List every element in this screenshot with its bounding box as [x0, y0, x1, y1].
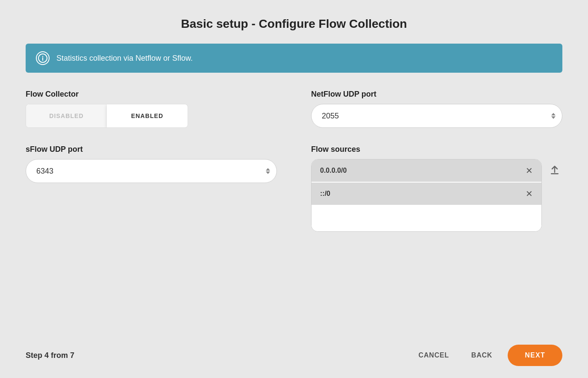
flow-source-value-0: 0.0.0.0/0	[320, 167, 347, 174]
flow-source-item-0: 0.0.0.0/0 ✕	[312, 159, 541, 183]
flow-sources-list: 0.0.0.0/0 ✕ ::/0 ✕	[311, 159, 542, 232]
sflow-udp-spinner[interactable]	[266, 168, 270, 174]
sflow-udp-label: sFlow UDP port	[26, 145, 277, 154]
spinner-down-icon[interactable]	[551, 116, 556, 119]
flow-sources-area: 0.0.0.0/0 ✕ ::/0 ✕	[311, 159, 562, 232]
sflow-udp-input-wrapper	[26, 159, 277, 183]
netflow-udp-input-wrapper	[311, 104, 562, 128]
toggle-disabled[interactable]: DISABLED	[26, 104, 107, 127]
sflow-udp-section: sFlow UDP port	[26, 145, 277, 232]
next-button[interactable]: NEXT	[508, 345, 562, 366]
netflow-udp-section: NetFlow UDP port	[311, 90, 562, 128]
flow-source-remove-0[interactable]: ✕	[526, 166, 533, 175]
footer-actions: CANCEL BACK NEXT	[412, 345, 562, 366]
sflow-udp-input[interactable]	[26, 159, 277, 183]
flow-collector-toggle[interactable]: DISABLED ENABLED	[26, 104, 188, 128]
flow-source-value-1: ::/0	[320, 190, 330, 198]
cancel-button[interactable]: CANCEL	[412, 348, 456, 363]
footer: Step 4 from 7 CANCEL BACK NEXT	[0, 333, 588, 378]
flow-source-remove-1[interactable]: ✕	[526, 189, 533, 198]
flow-source-item-1: ::/0 ✕	[312, 183, 541, 206]
dialog-container: Basic setup - Configure Flow Collection …	[0, 0, 588, 378]
toggle-enabled[interactable]: ENABLED	[107, 104, 188, 127]
flow-source-empty	[312, 206, 541, 231]
spinner-down-icon[interactable]	[266, 171, 270, 174]
step-info: Step 4 from 7	[26, 351, 74, 360]
netflow-udp-spinner[interactable]	[551, 113, 556, 119]
form-grid: Flow Collector DISABLED ENABLED NetFlow …	[26, 90, 562, 232]
flow-sources-label: Flow sources	[311, 145, 562, 154]
spinner-up-icon[interactable]	[551, 113, 556, 115]
back-button[interactable]: BACK	[465, 348, 499, 363]
svg-rect-2	[551, 173, 559, 174]
page-title: Basic setup - Configure Flow Collection	[181, 17, 407, 31]
spinner-up-icon[interactable]	[266, 168, 270, 171]
svg-point-1	[42, 56, 43, 57]
netflow-udp-label: NetFlow UDP port	[311, 90, 562, 99]
flow-collector-label: Flow Collector	[26, 90, 277, 99]
info-banner: Statistics collection via Netflow or Sfl…	[26, 44, 562, 73]
netflow-udp-input[interactable]	[311, 104, 562, 128]
flow-collector-section: Flow Collector DISABLED ENABLED	[26, 90, 277, 128]
info-icon	[36, 51, 50, 65]
flow-sources-section: Flow sources 0.0.0.0/0 ✕ ::/0 ✕	[311, 145, 562, 232]
upload-icon[interactable]	[547, 162, 562, 178]
info-banner-text: Statistics collection via Netflow or Sfl…	[56, 54, 193, 63]
